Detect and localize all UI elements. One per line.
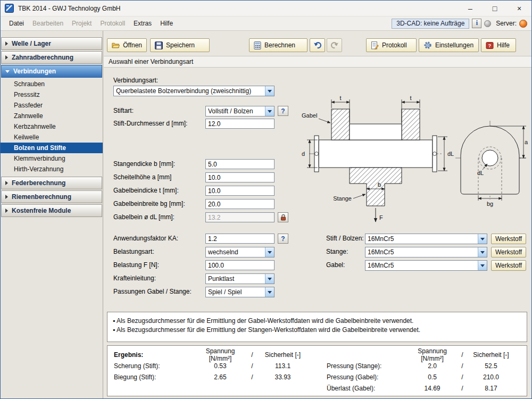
belastung-input[interactable]: [205, 260, 275, 270]
stift-durchmesser-input[interactable]: [205, 119, 275, 129]
menu-datei[interactable]: Datei: [5, 18, 28, 29]
save-disk-icon: [155, 41, 163, 49]
sidebar-item-zahnwelle[interactable]: Zahnwelle: [1, 111, 103, 121]
open-button[interactable]: Öffnen: [107, 38, 147, 52]
chevron-right-icon: [5, 195, 8, 199]
stiftart-select[interactable]: Vollstift / Bolzen: [205, 106, 275, 117]
note-line: ▪ Als Bezugsdurchmesser für die Ermittlu…: [113, 326, 521, 335]
minimize-button[interactable]: –: [458, 1, 483, 16]
server-label: Server:: [496, 20, 517, 27]
belastungsart-select[interactable]: wechselnd: [205, 247, 275, 257]
chevron-down-icon: [265, 86, 274, 96]
material-gabel-select[interactable]: 16MnCr5: [365, 260, 487, 271]
dim-t-right: t: [410, 95, 411, 101]
result-row-label: Biegung (Stift):: [114, 373, 194, 381]
sidebar-section-zahnradberechnung[interactable]: Zahnradberechnung: [1, 51, 102, 64]
help-button[interactable]: ? Hilfe: [481, 38, 516, 52]
anwendungsfaktor-input[interactable]: [205, 234, 275, 244]
maximize-button[interactable]: □: [483, 1, 507, 16]
protocol-button[interactable]: Protokoll: [366, 38, 417, 52]
gabelbeinbreite-label: Gabelbeinbreite bg [mm]:: [113, 199, 185, 209]
sidebar-section-federberechnung[interactable]: Federberechnung: [1, 177, 102, 189]
anwendungsfaktor-label: Anwendungsfaktor KA:: [113, 234, 178, 244]
passungen-select[interactable]: Spiel / Spiel: [205, 287, 275, 297]
sidebar-item-presssitz[interactable]: Presssitz: [1, 89, 103, 100]
settings-button[interactable]: Einstellungen: [419, 38, 479, 52]
note-line: ▪ Als Bezugsdurchmesser für die Ermittlu…: [113, 317, 521, 326]
gabelbein-dl-label: Gabelbein ø dL [mm]:: [113, 212, 174, 222]
info-button[interactable]: i: [472, 19, 481, 28]
folder-icon: [112, 41, 120, 49]
sidebar-item-kerbzahnwelle[interactable]: Kerbzahnwelle: [1, 121, 103, 132]
close-button[interactable]: ×: [507, 1, 531, 16]
result-row-label: Überlast (Gabel):: [327, 385, 408, 392]
chevron-down-icon: [265, 106, 274, 116]
werkstoff-stange-button[interactable]: Werkstoff: [491, 247, 526, 257]
menubar: Datei Bearbeiten Projekt Protokoll Extra…: [1, 16, 531, 31]
app-window: TBK 2014 - GWJ Technology GmbH – □ × Dat…: [0, 0, 532, 399]
gabelbeindicke-input[interactable]: [205, 186, 275, 196]
page-title: Auswahl einer Verbindungsart: [104, 56, 531, 68]
chevron-down-icon: [265, 274, 274, 284]
material-stange-select[interactable]: 16MnCr5: [365, 247, 487, 257]
dim-dl-side: dL: [477, 170, 484, 176]
dim-d: d: [302, 151, 305, 157]
chevron-down-icon: [478, 261, 487, 270]
scheitelhoehe-label: Scheitelhöhe a [mm]: [113, 172, 171, 182]
sidebar-section-verbindungen[interactable]: Verbindungen: [1, 65, 102, 78]
undo-icon: [313, 41, 322, 49]
undo-button[interactable]: [310, 38, 325, 52]
stiftart-help-button[interactable]: ?: [278, 106, 288, 116]
menu-extras[interactable]: Extras: [129, 18, 156, 29]
menu-hilfe[interactable]: Hilfe: [156, 18, 177, 29]
gabelbein-dl-lock-button[interactable]: [278, 212, 288, 222]
main-content: Öffnen Speichern Berechnen: [104, 31, 531, 398]
belastung-label: Belastung F [N]:: [113, 260, 159, 270]
material-stift-select[interactable]: 16MnCr5: [365, 234, 487, 244]
status-led: [484, 20, 491, 27]
scheitelhoehe-input[interactable]: [205, 172, 275, 182]
document-pencil-icon: [371, 41, 379, 49]
dim-b: b: [378, 181, 381, 188]
sidebar-item-bolzen-und-stifte[interactable]: Bolzen und Stifte: [1, 143, 103, 153]
chevron-down-icon: [478, 247, 487, 257]
werkstoff-gabel-button[interactable]: Werkstoff: [491, 260, 526, 271]
sidebar-item-schrauben[interactable]: Schrauben: [1, 79, 103, 89]
verbindungsart-select[interactable]: Querbelastete Bolzenverbindung (zweischn…: [113, 86, 275, 96]
verbindungsart-label: Verbindungsart:: [113, 76, 158, 86]
belastungsart-label: Belastungsart:: [113, 247, 154, 257]
stiftart-label: Stiftart:: [113, 106, 134, 116]
verbindungen-item-list: Schrauben Presssitz Passfeder Zahnwelle …: [1, 79, 103, 174]
sidebar-item-passfeder[interactable]: Passfeder: [1, 100, 103, 111]
redo-icon: [330, 41, 339, 49]
stange-label: Stange: [333, 195, 352, 202]
result-row-label: Scherung (Stift):: [114, 362, 194, 370]
sidebar-section-kostenfreie-module[interactable]: Kostenfreie Module: [1, 204, 102, 217]
calculate-button[interactable]: Berechnen: [249, 38, 307, 52]
sidebar-item-klemmverbindung[interactable]: Klemmverbindung: [1, 153, 103, 164]
sidebar-section-welle-lager[interactable]: Welle / Lager: [1, 37, 102, 50]
result-row-label: Pressung (Gabel):: [327, 373, 408, 381]
col-sicherheit: Sicherheit [-]: [257, 351, 308, 359]
chevron-right-icon: [5, 181, 8, 185]
results-title: Ergebnis:: [114, 351, 194, 359]
passungen-label: Passungen Gabel / Stange:: [113, 287, 192, 297]
stangendicke-label: Stangendicke b [mm]:: [113, 159, 175, 169]
chevron-right-icon: [5, 209, 8, 213]
save-button[interactable]: Speichern: [150, 38, 210, 52]
col-spannung: Spannung [N/mm²]: [408, 347, 457, 362]
stangendicke-input[interactable]: [205, 159, 275, 169]
krafteinleitung-select[interactable]: Punktlast: [205, 273, 275, 284]
anwendungsfaktor-help-button[interactable]: ?: [278, 234, 288, 244]
bullet-icon: ▪: [113, 326, 115, 334]
sidebar-item-hirth-verzahnung[interactable]: Hirth-Verzahnung: [1, 164, 103, 174]
window-title: TBK 2014 - GWJ Technology GmbH: [18, 5, 121, 12]
result-row-label: Pressung (Stange):: [327, 362, 408, 370]
sidebar-section-riemenberechnung[interactable]: Riemenberechnung: [1, 190, 102, 203]
results-box: Ergebnis: Spannung [N/mm²] / Sicherheit …: [107, 345, 527, 396]
gabelbeinbreite-input[interactable]: [205, 199, 275, 209]
gabel-label: Gabel: [302, 112, 317, 119]
col-sicherheit: Sicherheit [-]: [468, 351, 514, 359]
sidebar-item-keilwelle[interactable]: Keilwelle: [1, 132, 103, 143]
werkstoff-stift-button[interactable]: Werkstoff: [491, 234, 526, 244]
